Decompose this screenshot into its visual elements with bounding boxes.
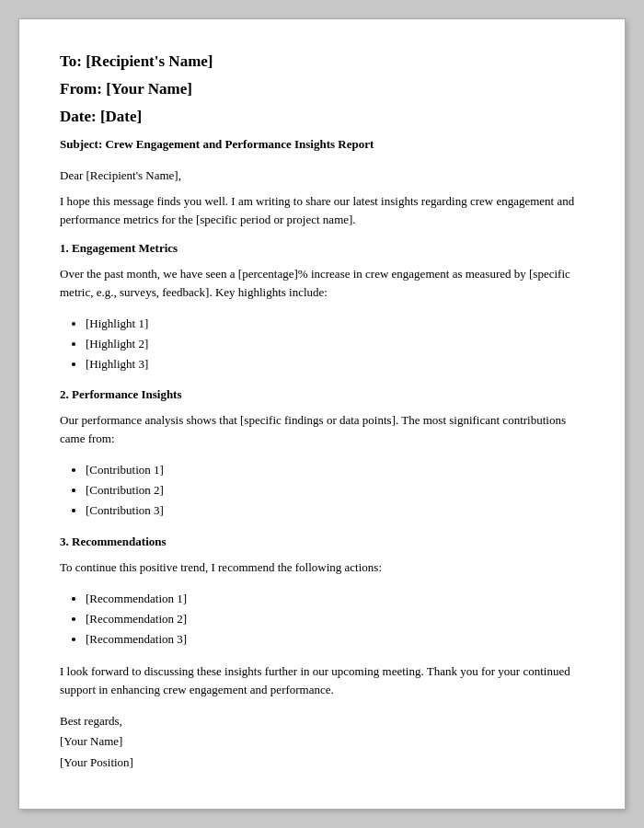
section3-heading: 3. Recommendations (60, 535, 584, 549)
list-item: [Highlight 2] (86, 334, 584, 354)
intro-paragraph: I hope this message finds you well. I am… (60, 192, 584, 228)
salutation: Dear [Recipient's Name], (60, 168, 584, 183)
section3-bullets: [Recommendation 1] [Recommendation 2] [R… (86, 589, 584, 650)
closing-paragraph: I look forward to discussing these insig… (60, 662, 584, 698)
signer-name: [Your Name] (60, 731, 584, 752)
date-label: Date: [Date] (60, 108, 142, 125)
list-item: [Contribution 1] (86, 460, 584, 480)
from-label: From: [Your Name] (60, 80, 192, 98)
date-line: Date: [Date] (60, 108, 584, 126)
section2-heading: 2. Performance Insights (60, 387, 584, 402)
signer-position: [Your Position] (60, 753, 584, 773)
subject-line: Subject: Crew Engagement and Performance… (60, 135, 584, 152)
to-line: To: [Recipient's Name] (60, 52, 584, 71)
section2-bullets: [Contribution 1] [Contribution 2] [Contr… (86, 460, 584, 521)
list-item: [Highlight 3] (86, 354, 584, 374)
section3-paragraph: To continue this positive trend, I recom… (60, 558, 584, 577)
subject-label: Subject: Crew Engagement and Performance… (60, 137, 374, 151)
to-label: To: [Recipient's Name] (60, 52, 213, 70)
from-line: From: [Your Name] (60, 80, 584, 98)
section2-paragraph: Our performance analysis shows that [spe… (60, 411, 584, 447)
list-item: [Recommendation 2] (86, 609, 584, 629)
list-item: [Contribution 3] (86, 500, 584, 521)
signature: Best regards, [Your Name] [Your Position… (60, 711, 584, 772)
list-item: [Highlight 1] (86, 314, 584, 334)
list-item: [Contribution 2] (86, 480, 584, 500)
section1-paragraph: Over the past month, we have seen a [per… (60, 265, 584, 301)
list-item: [Recommendation 1] (86, 589, 584, 609)
sign-off: Best regards, (60, 711, 584, 731)
section1-bullets: [Highlight 1] [Highlight 2] [Highlight 3… (86, 314, 584, 374)
document-container: To: [Recipient's Name] From: [Your Name]… (18, 18, 626, 810)
list-item: [Recommendation 3] (86, 629, 584, 650)
section1-heading: 1. Engagement Metrics (60, 241, 584, 256)
